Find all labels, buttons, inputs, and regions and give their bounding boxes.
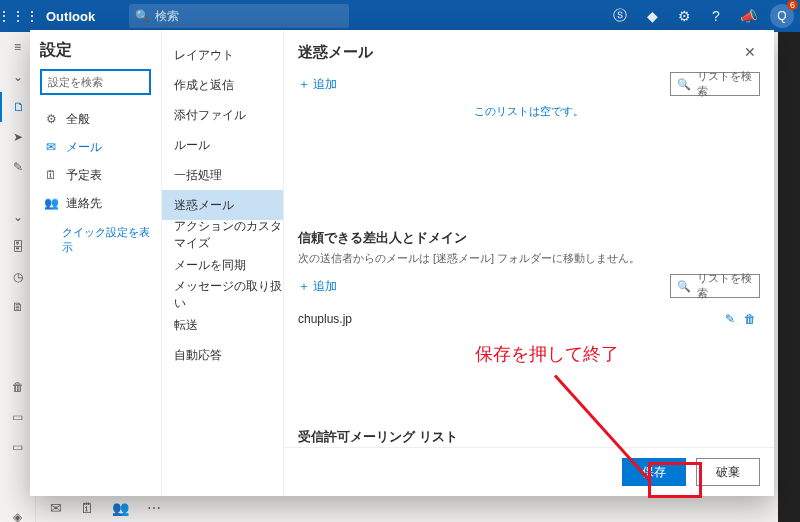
calendar-icon: 🗓 xyxy=(44,168,58,182)
cat-mail[interactable]: ✉ メール xyxy=(40,133,151,161)
bottom-more-icon[interactable]: ⋯ xyxy=(147,500,161,516)
cat-label: メール xyxy=(66,139,102,156)
right-ad-strip xyxy=(778,32,800,522)
menu-attachments[interactable]: 添付ファイル xyxy=(162,100,283,130)
search-blocked[interactable]: 🔍 リストを検索 xyxy=(670,72,760,96)
search-icon: 🔍 xyxy=(129,9,155,23)
avatar-initial: Q xyxy=(777,9,786,23)
search-placeholder: 検索 xyxy=(155,8,179,25)
search-label: リストを検索 xyxy=(697,70,753,99)
delete-icon[interactable]: 🗑 xyxy=(740,312,760,326)
bottom-people-icon[interactable]: 👥 xyxy=(112,500,129,516)
menu-sync[interactable]: メールを同期 xyxy=(162,250,283,280)
menu-compose[interactable]: 作成と返信 xyxy=(162,70,283,100)
search-safe[interactable]: 🔍 リストを検索 xyxy=(670,274,760,298)
brand-label: Outlook xyxy=(36,9,105,24)
menu-handling[interactable]: メッセージの取り扱い xyxy=(162,280,283,310)
mail-icon: ✉ xyxy=(44,140,58,154)
menu-autoreply[interactable]: 自動応答 xyxy=(162,340,283,370)
settings-search-placeholder: 設定を検索 xyxy=(48,75,103,90)
cat-label: 全般 xyxy=(66,111,90,128)
save-button[interactable]: 保存 xyxy=(622,458,686,486)
menu-custom-actions[interactable]: アクションのカスタマイズ xyxy=(162,220,283,250)
skype-icon[interactable]: ⓢ xyxy=(604,7,636,25)
settings-title: 設定 xyxy=(40,40,151,61)
empty-list-message: このリストは空です。 xyxy=(298,104,760,119)
edit-icon[interactable]: ✎ xyxy=(720,312,740,326)
search-label: リストを検索 xyxy=(697,271,753,301)
close-button[interactable]: ✕ xyxy=(740,40,760,64)
avatar[interactable]: Q 6 xyxy=(770,4,794,28)
menu-layout[interactable]: レイアウト xyxy=(162,40,283,70)
menu-sweep[interactable]: 一括処理 xyxy=(162,160,283,190)
safe-senders-title: 信頼できる差出人とドメイン xyxy=(298,229,760,247)
cat-label: 予定表 xyxy=(66,167,102,184)
search-icon: 🔍 xyxy=(677,78,691,91)
ml-title: 受信許可メーリング リスト xyxy=(298,428,760,446)
menu-forwarding[interactable]: 転送 xyxy=(162,310,283,340)
safe-domain: chuplus.jp xyxy=(298,312,720,326)
discard-button[interactable]: 破棄 xyxy=(696,458,760,486)
add-safe-button[interactable]: ＋ 追加 xyxy=(298,278,337,295)
settings-search[interactable]: 設定を検索 xyxy=(40,69,151,95)
add-blocked-button[interactable]: ＋ 追加 xyxy=(298,76,337,93)
bottom-mail-icon[interactable]: ✉ xyxy=(50,500,62,516)
people-icon: 👥 xyxy=(44,196,58,210)
mail-submenu: レイアウト 作成と返信 添付ファイル ルール 一括処理 迷惑メール アクションの… xyxy=(162,30,284,496)
megaphone-icon[interactable]: 📣 xyxy=(732,8,764,24)
cat-label: 連絡先 xyxy=(66,195,102,212)
safe-senders-desc: 次の送信者からのメールは [迷惑メール] フォルダーに移動しません。 xyxy=(298,251,760,266)
menu-rules[interactable]: ルール xyxy=(162,130,283,160)
global-search[interactable]: 🔍 検索 xyxy=(129,4,349,28)
quick-settings-link[interactable]: クイック設定を表示 xyxy=(40,225,151,255)
safe-entry: chuplus.jp ✎ 🗑 xyxy=(298,306,760,332)
rail-tag-icon[interactable]: ◈ xyxy=(0,502,35,522)
gear-icon[interactable]: ⚙ xyxy=(668,8,700,24)
panel-title: 迷惑メール xyxy=(298,43,740,62)
app-launcher-icon[interactable]: ⋮⋮⋮ xyxy=(0,8,36,24)
bottom-calendar-icon[interactable]: 🗓 xyxy=(80,500,94,516)
cat-calendar[interactable]: 🗓 予定表 xyxy=(40,161,151,189)
notif-badge: 6 xyxy=(787,0,798,10)
menu-junk[interactable]: 迷惑メール xyxy=(162,190,283,220)
cat-general[interactable]: ⚙ 全般 xyxy=(40,105,151,133)
search-icon: 🔍 xyxy=(677,280,691,293)
diamond-icon[interactable]: ◆ xyxy=(636,8,668,24)
help-icon[interactable]: ? xyxy=(700,8,732,24)
gear-icon: ⚙ xyxy=(44,112,58,126)
cat-people[interactable]: 👥 連絡先 xyxy=(40,189,151,217)
settings-modal: 設定 設定を検索 ⚙ 全般 ✉ メール 🗓 予定表 👥 連絡先 クイック設定を表… xyxy=(30,30,774,496)
